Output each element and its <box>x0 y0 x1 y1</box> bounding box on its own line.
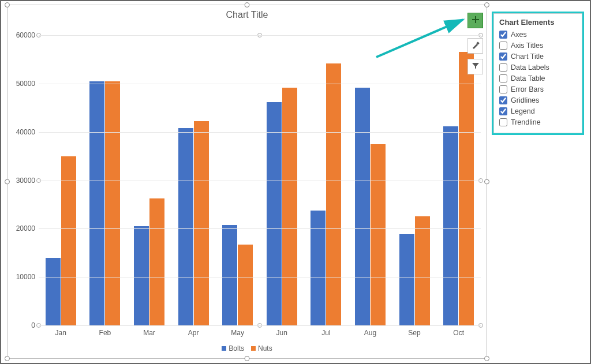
chart-element-checkbox[interactable] <box>499 96 507 104</box>
y-axis-tick: 60000 <box>16 31 39 39</box>
x-axis-tick: Jul <box>321 325 330 337</box>
chart-element-checkbox[interactable] <box>499 118 507 126</box>
gridline <box>39 228 481 229</box>
chart-element-label: Data Labels <box>511 63 549 72</box>
x-axis-tick: Jan <box>55 325 66 337</box>
chart-element-label: Trendline <box>511 118 541 126</box>
chart-legend[interactable]: BoltsNuts <box>8 344 487 352</box>
resize-handle[interactable] <box>245 2 250 7</box>
chart-element-checkbox[interactable] <box>499 85 507 93</box>
chart-element-option[interactable]: Data Labels <box>499 62 577 73</box>
x-axis-tick: Sep <box>408 325 420 337</box>
bar-nuts[interactable] <box>61 156 76 325</box>
legend-swatch <box>222 346 226 351</box>
resize-handle[interactable] <box>5 179 10 185</box>
bar-bolts[interactable] <box>134 226 149 325</box>
y-axis-tick: 50000 <box>16 80 39 88</box>
bar-nuts[interactable] <box>326 63 341 325</box>
y-axis-tick: 10000 <box>16 273 39 281</box>
x-axis-tick: Mar <box>143 325 155 337</box>
x-axis-tick: May <box>231 325 244 337</box>
legend-swatch <box>251 346 256 351</box>
bar-nuts[interactable] <box>371 144 386 325</box>
plot-area[interactable]: JanFebMarAprMayJunJulAugSepOct 010000200… <box>39 35 481 326</box>
chart-element-option[interactable]: Axes <box>499 29 577 40</box>
bar-bolts[interactable] <box>443 126 458 325</box>
x-axis-tick: Aug <box>364 325 376 337</box>
panel-title: Chart Elements <box>499 18 577 29</box>
chart-element-option[interactable]: Legend <box>499 106 577 117</box>
y-axis-tick: 40000 <box>16 128 39 136</box>
bar-nuts[interactable] <box>149 198 164 325</box>
chart-element-checkbox[interactable] <box>499 74 507 82</box>
bar-bolts[interactable] <box>399 234 414 325</box>
chart-element-checkbox[interactable] <box>499 52 507 61</box>
y-axis-tick: 0 <box>31 321 39 329</box>
resize-handle[interactable] <box>484 179 489 185</box>
chart-elements-panel: Chart Elements AxesAxis TitlesChart Titl… <box>492 12 584 135</box>
resize-handle[interactable] <box>5 2 10 7</box>
x-axis-tick: Oct <box>453 325 464 337</box>
gridline <box>39 84 481 84</box>
chart-element-checkbox[interactable] <box>499 63 507 72</box>
chart-element-label: Data Table <box>511 74 545 82</box>
bar-nuts[interactable] <box>459 52 474 325</box>
bar-bolts[interactable] <box>355 88 370 325</box>
gridline <box>39 35 481 36</box>
chart-element-option[interactable]: Chart Title <box>499 51 577 62</box>
resize-handle[interactable] <box>484 2 489 7</box>
x-axis-tick: Jun <box>276 325 287 337</box>
gridline <box>39 132 481 133</box>
plus-icon <box>471 15 480 26</box>
gridline <box>39 181 481 181</box>
chart-element-option[interactable]: Trendline <box>499 117 577 127</box>
bar-nuts[interactable] <box>415 216 430 325</box>
bar-nuts[interactable] <box>194 121 209 325</box>
legend-label: Bolts <box>229 344 244 352</box>
chart-element-label: Axes <box>511 31 527 39</box>
gridline <box>39 325 481 326</box>
bar-bolts[interactable] <box>46 258 61 325</box>
chart-element-label: Chart Title <box>511 52 544 61</box>
brush-icon <box>471 40 480 51</box>
chart-object[interactable]: Chart Title JanFebMarAprMayJunJulAugSepO… <box>7 5 487 359</box>
legend-item[interactable]: Bolts <box>222 344 244 352</box>
bar-nuts[interactable] <box>105 81 120 325</box>
bar-nuts[interactable] <box>238 245 253 325</box>
y-axis-tick: 20000 <box>16 224 39 232</box>
chart-element-option[interactable]: Error Bars <box>499 84 577 95</box>
resize-handle[interactable] <box>245 356 250 361</box>
legend-item[interactable]: Nuts <box>251 344 272 352</box>
chart-element-option[interactable]: Gridlines <box>499 95 577 106</box>
chart-element-option[interactable]: Data Table <box>499 73 577 84</box>
chart-filters-button[interactable] <box>467 59 483 74</box>
y-axis-tick: 30000 <box>16 177 39 185</box>
chart-element-label: Gridlines <box>511 96 539 104</box>
bar-bolts[interactable] <box>311 211 326 325</box>
bar-bolts[interactable] <box>89 81 104 325</box>
resize-handle[interactable] <box>484 356 489 361</box>
chart-element-option[interactable]: Axis Titles <box>499 40 577 51</box>
bar-bolts[interactable] <box>267 102 282 325</box>
chart-element-label: Error Bars <box>511 85 544 93</box>
funnel-icon <box>471 61 480 72</box>
bar-bolts[interactable] <box>222 225 237 325</box>
gridline <box>39 277 481 277</box>
chart-element-label: Legend <box>511 107 535 115</box>
chart-styles-button[interactable] <box>467 38 483 54</box>
legend-label: Nuts <box>258 344 272 352</box>
x-axis-tick: Apr <box>188 325 199 337</box>
resize-handle[interactable] <box>5 356 10 361</box>
chart-elements-button[interactable] <box>467 13 483 28</box>
chart-title[interactable]: Chart Title <box>8 5 487 22</box>
chart-element-checkbox[interactable] <box>499 31 507 39</box>
screenshot-root: Chart Title JanFebMarAprMayJunJulAugSepO… <box>0 0 591 364</box>
x-axis-tick: Feb <box>99 325 111 337</box>
bar-nuts[interactable] <box>282 88 297 325</box>
chart-element-checkbox[interactable] <box>499 42 507 50</box>
chart-element-checkbox[interactable] <box>499 107 507 115</box>
chart-element-label: Axis Titles <box>511 42 543 50</box>
bar-bolts[interactable] <box>178 128 193 325</box>
